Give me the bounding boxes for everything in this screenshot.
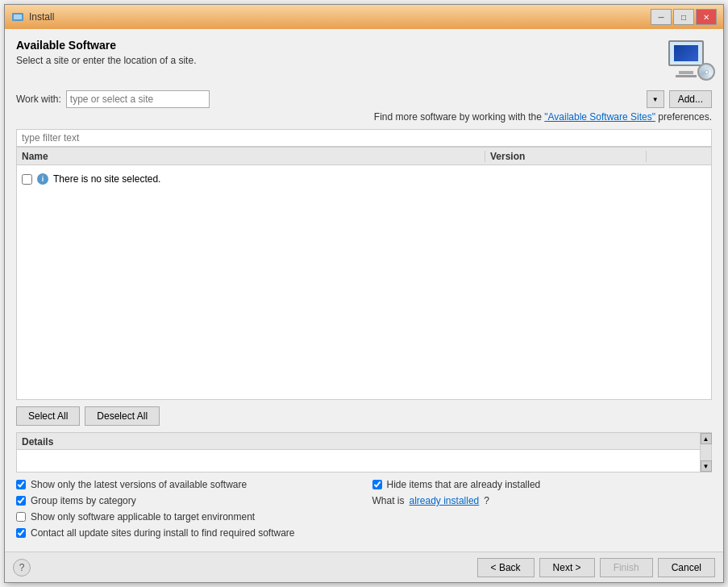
option-contact-update-sites-checkbox[interactable]	[16, 528, 26, 538]
header-text: Available Software Select a site or ente…	[16, 39, 196, 66]
add-button[interactable]: Add...	[669, 90, 712, 108]
options-section: Show only the latest versions of availab…	[16, 479, 712, 539]
header-icon-area	[668, 39, 712, 82]
title-bar: Install ─ □ ✕	[5, 5, 723, 29]
screen-display	[674, 45, 698, 61]
footer-left: ?	[13, 559, 31, 577]
dropdown-arrow-icon: ▼	[647, 90, 664, 108]
no-site-checkbox[interactable]	[22, 174, 32, 185]
option-latest-versions-label: Show only the latest versions of availab…	[31, 479, 247, 490]
window-icon	[11, 10, 24, 23]
option-row-2: Group items by category	[16, 495, 356, 506]
find-more-row: Find more software by working with the "…	[16, 111, 712, 123]
header-section: Available Software Select a site or ente…	[16, 39, 712, 82]
next-button[interactable]: Next >	[539, 558, 595, 577]
option-target-environment-checkbox[interactable]	[16, 512, 26, 522]
option-row-3: Show only software applicable to target …	[16, 511, 356, 522]
option-group-by-category-checkbox[interactable]	[16, 496, 26, 506]
close-button[interactable]: ✕	[696, 9, 717, 25]
scroll-up-arrow[interactable]: ▲	[701, 433, 712, 444]
maximize-button[interactable]: □	[673, 9, 694, 25]
filter-input[interactable]	[16, 129, 712, 147]
title-bar-buttons: ─ □ ✕	[651, 9, 717, 25]
options-left-col: Show only the latest versions of availab…	[16, 479, 356, 539]
site-dropdown-wrapper[interactable]: ▼	[66, 90, 664, 108]
available-software-sites-link[interactable]: "Available Software Sites"	[544, 111, 655, 123]
finish-button[interactable]: Finish	[600, 558, 653, 577]
option-latest-versions-checkbox[interactable]	[16, 480, 26, 489]
page-subtitle: Select a site or enter the location of a…	[16, 55, 196, 66]
select-deselect-row: Select All Deselect All	[16, 400, 712, 432]
info-icon: i	[37, 173, 48, 185]
already-installed-link[interactable]: already installed	[410, 495, 480, 506]
window-title: Install	[29, 11, 54, 23]
option-row-6: What is already installed?	[372, 495, 713, 506]
work-with-row: Work with: ▼ Add...	[16, 90, 712, 108]
option-hide-installed-label: Hide items that are already installed	[387, 479, 541, 490]
option-contact-update-sites-label: Contact all update sites during install …	[31, 527, 295, 539]
title-bar-left: Install	[11, 10, 54, 23]
option-row-5: Hide items that are already installed	[372, 479, 713, 490]
what-is-label: What is	[372, 495, 405, 506]
back-button[interactable]: < Back	[477, 558, 535, 577]
install-window: Install ─ □ ✕ Available Software Select …	[4, 4, 724, 583]
cd-disc-icon	[697, 63, 715, 81]
options-right-col: Hide items that are already installed Wh…	[372, 479, 713, 539]
option-target-environment-label: Show only software applicable to target …	[31, 511, 255, 522]
monitor-cd-icon	[668, 40, 712, 81]
option-row-4: Contact all update sites during install …	[16, 527, 356, 539]
cancel-button[interactable]: Cancel	[658, 558, 715, 577]
no-site-message: There is no site selected.	[53, 173, 160, 185]
work-with-label: Work with:	[16, 94, 61, 105]
monitor-screen	[668, 40, 704, 66]
page-title: Available Software	[16, 39, 196, 52]
find-more-prefix: Find more software by working with the	[374, 111, 544, 123]
column-version-header: Version	[485, 151, 647, 162]
cd-hole	[705, 70, 709, 74]
content-area: Available Software Select a site or ente…	[5, 29, 723, 552]
option-group-by-category-label: Group items by category	[31, 495, 136, 506]
deselect-all-button[interactable]: Deselect All	[85, 406, 160, 426]
svg-rect-1	[14, 15, 22, 19]
what-is-suffix: ?	[484, 495, 489, 506]
monitor-base	[676, 75, 697, 77]
option-hide-installed-checkbox[interactable]	[372, 480, 382, 489]
software-table: Name Version i There is no site selected…	[16, 147, 712, 400]
no-site-row: i There is no site selected.	[22, 170, 706, 188]
footer-right: < Back Next > Finish Cancel	[477, 558, 715, 577]
find-more-suffix: preferences.	[655, 111, 712, 123]
details-section: Details ▲ ▼	[16, 432, 712, 473]
select-all-button[interactable]: Select All	[16, 406, 80, 426]
details-scrollbar: ▲ ▼	[700, 433, 711, 472]
minimize-button[interactable]: ─	[651, 9, 672, 25]
option-row-1: Show only the latest versions of availab…	[16, 479, 356, 490]
scroll-down-arrow[interactable]: ▼	[701, 460, 712, 472]
footer-bar: ? < Back Next > Finish Cancel	[5, 552, 723, 582]
help-button[interactable]: ?	[13, 559, 31, 577]
site-input[interactable]	[66, 90, 210, 108]
column-name-header: Name	[17, 151, 485, 162]
table-body: i There is no site selected.	[17, 165, 711, 399]
monitor-neck	[679, 71, 693, 74]
table-header: Name Version	[17, 148, 711, 165]
details-label: Details	[17, 433, 711, 450]
